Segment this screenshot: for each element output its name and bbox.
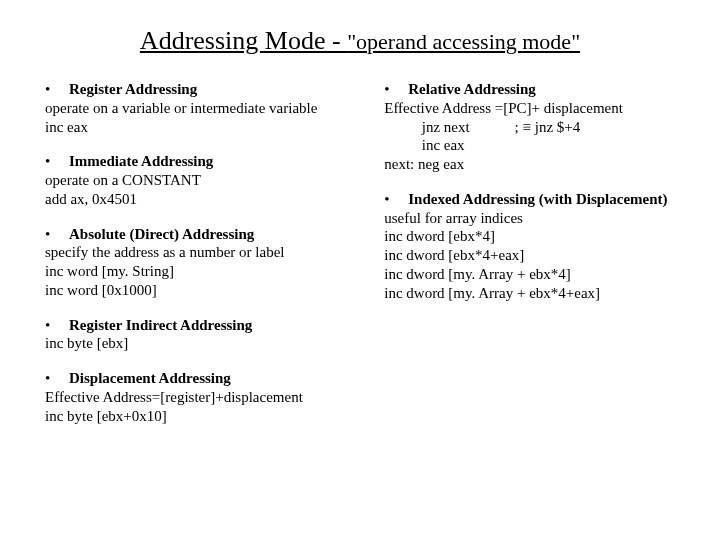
right-column: •Relative Addressing Effective Address =… <box>384 80 690 318</box>
line: inc dword [ebx*4+eax] <box>384 246 690 265</box>
title-sub: "operand accessing mode" <box>347 29 580 54</box>
sec-indexed: •Indexed Addressing (with Displacement) … <box>384 190 690 303</box>
line: Effective Address=[register]+displacemen… <box>45 388 384 407</box>
columns: •Register Addressing operate on a variab… <box>30 80 690 441</box>
line: inc word [my. String] <box>45 262 384 281</box>
line: jnz next ; ≡ jnz $+4 <box>384 118 690 137</box>
sec-absolute: •Absolute (Direct) Addressing specify th… <box>45 225 384 300</box>
title-main: Addressing Mode - <box>140 26 347 55</box>
bullet-icon: • <box>45 225 69 244</box>
line: Effective Address =[PC]+ displacement <box>384 99 690 118</box>
line: inc byte [ebx] <box>45 334 384 353</box>
bullet-icon: • <box>45 316 69 335</box>
line: next: neg eax <box>384 155 690 174</box>
line: inc eax <box>384 136 690 155</box>
line: add ax, 0x4501 <box>45 190 384 209</box>
sec-register: •Register Addressing operate on a variab… <box>45 80 384 136</box>
bullet-icon: • <box>384 190 408 209</box>
bullet-icon: • <box>45 152 69 171</box>
heading: Immediate Addressing <box>69 153 213 169</box>
line: operate on a CONSTANT <box>45 171 384 190</box>
slide-title: Addressing Mode - "operand accessing mod… <box>30 26 690 56</box>
line: useful for array indices <box>384 209 690 228</box>
line: inc byte [ebx+0x10] <box>45 407 384 426</box>
line: operate on a variable or intermediate va… <box>45 99 384 118</box>
sec-register-indirect: •Register Indirect Addressing inc byte [… <box>45 316 384 354</box>
bullet-icon: • <box>45 369 69 388</box>
sec-displacement: •Displacement Addressing Effective Addre… <box>45 369 384 425</box>
heading: Register Addressing <box>69 81 197 97</box>
line: inc dword [ebx*4] <box>384 227 690 246</box>
heading: Indexed Addressing (with Displacement) <box>408 191 667 207</box>
heading: Relative Addressing <box>408 81 536 97</box>
heading: Absolute (Direct) Addressing <box>69 226 254 242</box>
slide: Addressing Mode - "operand accessing mod… <box>0 0 720 540</box>
left-column: •Register Addressing operate on a variab… <box>30 80 384 441</box>
sec-relative: •Relative Addressing Effective Address =… <box>384 80 690 174</box>
sec-immediate: •Immediate Addressing operate on a CONST… <box>45 152 384 208</box>
line: inc dword [my. Array + ebx*4] <box>384 265 690 284</box>
heading: Displacement Addressing <box>69 370 231 386</box>
line: inc word [0x1000] <box>45 281 384 300</box>
line: specify the address as a number or label <box>45 243 384 262</box>
heading: Register Indirect Addressing <box>69 317 252 333</box>
line: inc dword [my. Array + ebx*4+eax] <box>384 284 690 303</box>
bullet-icon: • <box>384 80 408 99</box>
bullet-icon: • <box>45 80 69 99</box>
line: inc eax <box>45 118 384 137</box>
